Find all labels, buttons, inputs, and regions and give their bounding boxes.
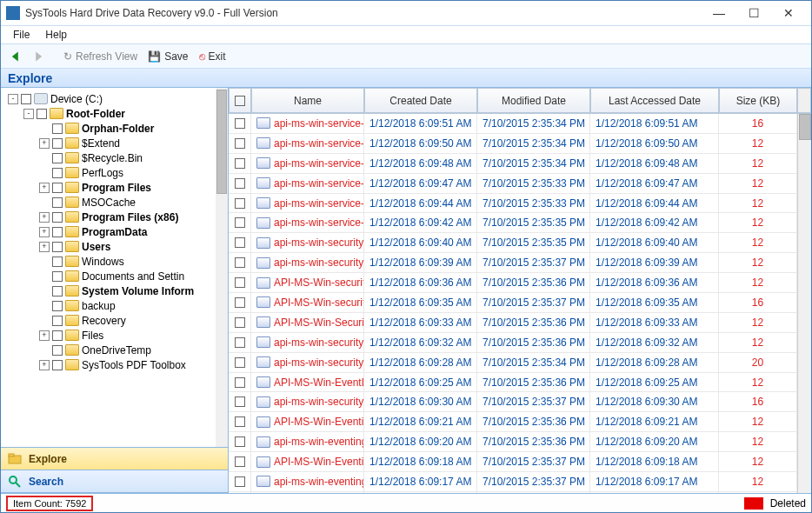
row-checkbox-cell[interactable] — [229, 114, 251, 133]
table-row[interactable]: api-ms-win-eventing-c...1/12/2018 6:09:1… — [229, 472, 811, 492]
exit-button[interactable]: ⎋Exit — [196, 50, 230, 63]
table-row[interactable]: API-MS-Win-security-l...1/12/2018 6:09:3… — [229, 293, 811, 313]
tree-checkbox[interactable] — [52, 212, 63, 223]
tree-expander[interactable]: + — [39, 138, 50, 149]
tree-node[interactable]: backup — [1, 298, 228, 313]
tab-explore[interactable]: Explore — [1, 448, 228, 470]
tree-node[interactable]: +Program Files (x86) — [1, 210, 228, 224]
row-checkbox[interactable] — [235, 138, 245, 149]
row-checkbox[interactable] — [235, 396, 245, 407]
row-checkbox[interactable] — [235, 357, 245, 368]
row-checkbox[interactable] — [235, 416, 245, 427]
tree-checkbox[interactable] — [52, 360, 63, 370]
row-checkbox-cell[interactable] — [229, 333, 251, 352]
menu-help[interactable]: Help — [45, 29, 67, 41]
tree-checkbox[interactable] — [52, 153, 63, 163]
tree-node[interactable]: Windows — [1, 254, 228, 269]
row-checkbox[interactable] — [235, 317, 245, 328]
row-checkbox[interactable] — [235, 277, 245, 288]
table-row[interactable]: api-ms-win-service-co...1/12/2018 6:09:4… — [229, 213, 811, 233]
tree-checkbox[interactable] — [52, 242, 63, 252]
row-checkbox[interactable] — [235, 237, 245, 248]
tree-checkbox[interactable] — [52, 227, 63, 237]
tree-checkbox[interactable] — [52, 183, 63, 193]
tree-checkbox[interactable] — [52, 286, 63, 296]
tree-node[interactable]: Documents and Settin — [1, 269, 228, 283]
table-row[interactable]: API-MS-Win-Security-...1/12/2018 6:09:33… — [229, 313, 811, 333]
tree-checkbox[interactable] — [52, 256, 63, 267]
grid-scrollbar[interactable] — [797, 114, 811, 493]
row-checkbox-cell[interactable] — [229, 154, 251, 173]
save-button[interactable]: 💾Save — [144, 50, 191, 63]
tree-expander[interactable]: + — [39, 360, 50, 370]
row-checkbox[interactable] — [235, 377, 245, 388]
row-checkbox-cell[interactable] — [229, 174, 251, 193]
tree-expander[interactable]: + — [39, 212, 50, 223]
grid-body[interactable]: api-ms-win-service-wi...1/12/2018 6:09:5… — [229, 114, 811, 493]
tree-expander[interactable]: + — [39, 242, 50, 252]
tree-node[interactable]: $Recycle.Bin — [1, 150, 228, 165]
tree-checkbox[interactable] — [21, 94, 31, 104]
tree-node[interactable]: MSOCache — [1, 195, 228, 210]
tree-node[interactable]: +Users — [1, 239, 228, 254]
row-checkbox-cell[interactable] — [229, 134, 251, 153]
table-row[interactable]: API-MS-Win-Eventing-...1/12/2018 6:09:21… — [229, 412, 811, 432]
row-checkbox-cell[interactable] — [229, 472, 251, 491]
row-checkbox[interactable] — [235, 436, 245, 447]
tree-checkbox[interactable] — [52, 197, 63, 208]
tree-node[interactable]: -Device (C:) — [1, 91, 228, 106]
tab-search[interactable]: Search — [1, 470, 228, 493]
tree-expander[interactable]: + — [39, 183, 50, 193]
tree-scrollbar[interactable] — [216, 88, 228, 447]
tree-scrollbar-thumb[interactable] — [216, 90, 227, 194]
tree-expander[interactable]: + — [39, 330, 50, 341]
row-checkbox-cell[interactable] — [229, 313, 251, 332]
table-row[interactable]: API-MS-Win-security-...1/12/2018 6:09:36… — [229, 273, 811, 293]
table-row[interactable]: api-ms-win-service-ma...1/12/2018 6:09:4… — [229, 194, 811, 214]
row-checkbox-cell[interactable] — [229, 253, 251, 272]
tree-node[interactable]: System Volume Inform — [1, 283, 228, 298]
tree-node[interactable]: OneDriveTemp — [1, 343, 228, 357]
row-checkbox[interactable] — [235, 178, 245, 189]
row-checkbox[interactable] — [235, 476, 245, 487]
tree-checkbox[interactable] — [52, 138, 63, 149]
folder-tree[interactable]: -Device (C:)-Root-FolderOrphan-Folder+$E… — [1, 88, 228, 447]
row-checkbox[interactable] — [235, 456, 245, 467]
row-checkbox-cell[interactable] — [229, 373, 251, 392]
row-checkbox-cell[interactable] — [229, 233, 251, 252]
row-checkbox-cell[interactable] — [229, 492, 251, 493]
table-row[interactable]: API-MS-Win-EventLog...1/12/2018 6:09:25 … — [229, 373, 811, 393]
row-checkbox-cell[interactable] — [229, 452, 251, 471]
row-checkbox-cell[interactable] — [229, 293, 251, 312]
nav-back-button[interactable] — [6, 50, 25, 63]
tree-node[interactable]: -Root-Folder — [1, 106, 228, 121]
col-header-name[interactable]: Name — [251, 88, 364, 113]
tree-node[interactable]: PerfLogs — [1, 165, 228, 180]
table-row[interactable]: api-ms-win-security-...1/12/2018 6:09:32… — [229, 333, 811, 353]
tree-node[interactable]: +ProgramData — [1, 224, 228, 239]
table-row[interactable]: api-ms-win-service-ma...1/12/2018 6:09:4… — [229, 174, 811, 194]
col-header-size[interactable]: Size (KB) — [719, 88, 797, 113]
grid-scrollbar-thumb[interactable] — [799, 114, 811, 140]
row-checkbox[interactable] — [235, 118, 245, 129]
tree-node[interactable]: +$Extend — [1, 136, 228, 150]
maximize-button[interactable]: ☐ — [736, 1, 771, 25]
tree-node[interactable]: +Files — [1, 328, 228, 343]
tree-node[interactable]: +Program Files — [1, 180, 228, 195]
tree-checkbox[interactable] — [52, 271, 63, 282]
tree-expander[interactable]: - — [23, 109, 34, 119]
table-row[interactable]: api-ms-win-service-wi...1/12/2018 6:09:5… — [229, 114, 811, 134]
tree-expander[interactable]: + — [39, 227, 50, 237]
table-row[interactable]: api-ms-win-security-b...1/12/2018 6:09:2… — [229, 353, 811, 373]
col-header-created[interactable]: Created Date — [364, 88, 477, 113]
table-row[interactable]: api-ms-win-security-s...1/12/2018 6:09:4… — [229, 233, 811, 253]
refresh-button[interactable]: ↻Refresh View — [60, 50, 141, 63]
tree-node[interactable]: Recovery — [1, 313, 228, 328]
col-header-modified[interactable]: Modified Date — [477, 88, 590, 113]
row-checkbox[interactable] — [235, 158, 245, 169]
minimize-button[interactable]: — — [702, 1, 736, 25]
row-checkbox[interactable] — [235, 198, 245, 209]
table-row[interactable]: API-MS-Win-Eventing-...1/12/2018 6:09:15… — [229, 492, 811, 493]
table-row[interactable]: api-ms-win-security-cr...1/12/2018 6:09:… — [229, 392, 811, 412]
row-checkbox-cell[interactable] — [229, 213, 251, 232]
